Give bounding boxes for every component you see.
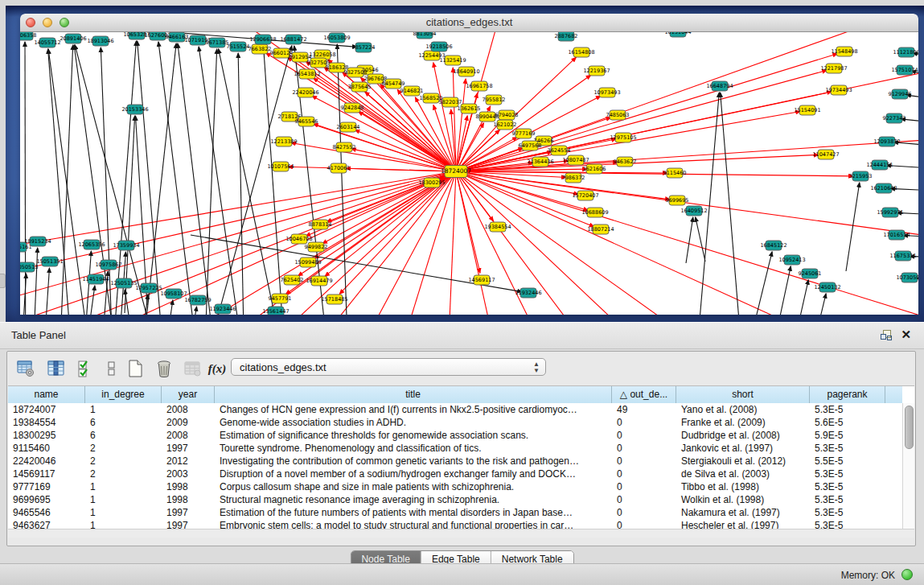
table-row[interactable]: 1456911722003Disruption of a novel membe…: [8, 468, 902, 480]
graph-node-yellow[interactable]: 18640910: [453, 67, 479, 76]
graph-node-yellow[interactable]: 9457791: [269, 294, 292, 303]
table-row[interactable]: 1830029562008Estimation of significance …: [8, 429, 902, 442]
table-row[interactable]: 969969511998Structural magnetic resonanc…: [8, 493, 902, 506]
graph-node-yellow[interactable]: 3624554: [548, 146, 571, 155]
graph-node-yellow[interactable]: 16154808: [568, 47, 594, 57]
graph-node-yellow[interactable]: 9465546: [295, 117, 318, 126]
graph-node-yellow[interactable]: 10973493: [593, 88, 620, 97]
graph-node-yellow[interactable]: 9699695: [666, 196, 689, 205]
column-header-name[interactable]: name: [8, 386, 85, 403]
float-panel-icon[interactable]: [881, 330, 892, 340]
graph-node-teal[interactable]: 9227343: [883, 113, 906, 123]
graph-node-teal[interactable]: 15992971: [877, 208, 903, 217]
table-row[interactable]: 1872400712008Changes of HCN gene express…: [8, 403, 902, 416]
table-row[interactable]: 977716911998Corpus callosum shape and si…: [8, 480, 902, 493]
horizontal-scrollbar[interactable]: [8, 529, 914, 538]
graph-node-yellow[interactable]: 9463627: [614, 157, 637, 167]
graph-node-yellow[interactable]: 3875645: [348, 82, 372, 92]
graph-node-teal[interactable]: 17016514: [883, 230, 910, 240]
graph-node-teal[interactable]: 13561447: [262, 307, 289, 315]
row-height-icon[interactable]: [101, 358, 122, 379]
graph-node-yellow[interactable]: 19384554: [484, 222, 511, 232]
function-builder-icon[interactable]: f(x): [207, 358, 228, 379]
graph-node-teal[interactable]: 10730504: [896, 273, 918, 282]
graph-node-yellow[interactable]: 2603144: [337, 122, 360, 132]
vertical-scrollbar[interactable]: [902, 403, 914, 529]
row-select-icon[interactable]: [76, 358, 97, 379]
graph-node-yellow[interactable]: 18724007: [441, 166, 471, 178]
graph-node-teal[interactable]: 12450132: [814, 282, 840, 292]
graph-node-teal[interactable]: 10975867: [95, 260, 121, 270]
graph-node-teal[interactable]: 17359934: [113, 241, 139, 250]
window-titlebar[interactable]: citations_edges.txt: [20, 14, 918, 32]
graph-node-teal[interactable]: 10958107: [160, 289, 187, 299]
graph-node-yellow[interactable]: 7485063: [606, 110, 630, 120]
network-canvas[interactable]: 7663822966012489129541322605893275058186…: [20, 32, 918, 315]
graph-node-teal[interactable]: 11675311: [889, 251, 916, 261]
graph-node-teal[interactable]: 12505135: [110, 278, 137, 288]
graph-node-yellow[interactable]: 15720407: [572, 191, 598, 200]
graph-node-yellow[interactable]: 6497568: [519, 141, 542, 150]
column-header-in_degree[interactable]: in_degree: [85, 386, 162, 403]
graph-node-teal[interactable]: 9671385: [206, 38, 229, 47]
graph-node-teal[interactable]: 9050513: [20, 262, 38, 272]
table-settings-icon[interactable]: [15, 358, 36, 379]
graph-node-teal[interactable]: 15751074: [891, 65, 918, 75]
table-selector-dropdown[interactable]: citations_edges.txt ▲▼: [231, 358, 546, 376]
graph-node-yellow[interactable]: 9115460: [663, 168, 687, 178]
new-table-icon[interactable]: [125, 358, 146, 379]
graph-node-yellow[interactable]: 9499822: [305, 242, 328, 252]
column-header-out_de[interactable]: △ out_de...: [612, 386, 676, 403]
table-row[interactable]: 1938455462009Genome-wide association stu…: [8, 416, 902, 429]
graph-node-teal[interactable]: 9245061: [799, 269, 822, 278]
graph-node-yellow[interactable]: 7955812: [483, 95, 506, 105]
column-select-icon[interactable]: [46, 358, 67, 379]
graph-node-teal[interactable]: 11932446: [515, 288, 541, 298]
graph-node-yellow[interactable]: 16961758: [466, 81, 492, 91]
graph-node-yellow[interactable]: 15154091: [794, 105, 820, 115]
graph-node-teal[interactable]: 16782759: [184, 295, 211, 305]
graph-node-yellow[interactable]: 10107564: [267, 162, 294, 171]
graph-node-yellow[interactable]: 22420046: [292, 88, 318, 97]
graph-node-yellow[interactable]: 1621022: [494, 120, 517, 130]
graph-node-yellow[interactable]: 9242848: [341, 103, 364, 113]
graph-node-teal[interactable]: 10952413: [778, 255, 805, 265]
graph-node-teal[interactable]: 9129946: [889, 89, 912, 99]
graph-node-teal[interactable]: 12093872: [873, 137, 900, 146]
graph-node-teal[interactable]: 16845122: [760, 241, 786, 250]
column-header-year[interactable]: year: [162, 386, 215, 403]
delete-table-icon[interactable]: [154, 358, 175, 379]
column-header-short[interactable]: short: [676, 386, 810, 403]
graph-node-yellow[interactable]: 8427552: [333, 142, 356, 152]
graph-node-teal[interactable]: 16409512: [680, 206, 707, 216]
graph-node-teal[interactable]: 19218506: [425, 42, 452, 51]
graph-node-yellow[interactable]: 9777169: [512, 129, 536, 138]
table-body[interactable]: 1872400712008Changes of HCN gene express…: [8, 403, 902, 529]
close-panel-icon[interactable]: ✕: [901, 328, 911, 341]
graph-node-yellow[interactable]: 16914479: [306, 276, 332, 286]
graph-node-yellow[interactable]: 10807487: [562, 155, 589, 165]
graph-node-teal[interactable]: 18913046: [87, 36, 113, 46]
table-row[interactable]: 911546021997Tourette syndrome. Phenomeno…: [8, 442, 902, 455]
graph-node-yellow[interactable]: 10688609: [581, 208, 608, 217]
graph-node-yellow[interactable]: 7986372: [562, 173, 585, 183]
graph-node-yellow[interactable]: 10046708: [285, 234, 312, 244]
graph-node-yellow[interactable]: 12213389: [270, 137, 297, 146]
scrollbar-thumb[interactable]: [905, 406, 914, 449]
table-row[interactable]: 2242004622012Investigating the contribut…: [8, 455, 902, 468]
graph-node-teal[interactable]: 16210643: [870, 183, 897, 193]
graph-node-teal[interactable]: 8813054: [413, 32, 437, 39]
graph-node-teal[interactable]: 20153346: [121, 105, 148, 114]
graph-node-yellow[interactable]: 4170061: [327, 163, 351, 173]
graph-node-yellow[interactable]: 8878314: [309, 220, 332, 229]
graph-node-yellow[interactable]: 15718485: [321, 295, 347, 304]
graph-node-teal[interactable]: 11121809: [893, 47, 918, 57]
table-row[interactable]: 946554611997Estimation of the future num…: [8, 506, 902, 519]
network-view-window[interactable]: citations_edges.txt 76638229660124891295…: [20, 14, 918, 315]
graph-node-teal[interactable]: 2887682: [555, 32, 578, 41]
graph-node-teal[interactable]: 20891406: [60, 34, 86, 43]
graph-node-yellow[interactable]: 6794028: [495, 110, 519, 120]
graph-node-teal[interactable]: 3215953: [849, 171, 873, 181]
graph-node-teal[interactable]: 7857224: [352, 43, 376, 52]
graph-node-teal[interactable]: 12065356: [78, 240, 105, 249]
